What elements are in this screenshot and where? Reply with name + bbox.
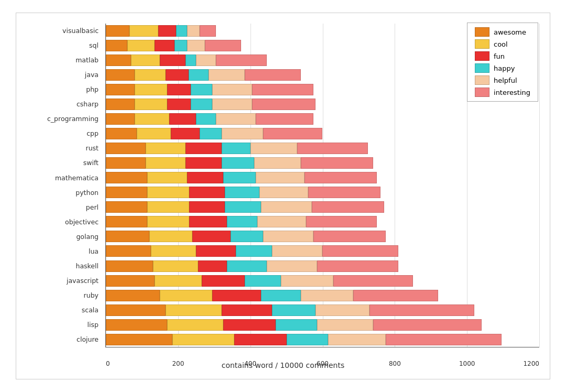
- bar-segment-helpful: [209, 69, 245, 81]
- bar-segment-fun: [160, 55, 185, 66]
- bar-segment-interesting: [200, 25, 216, 37]
- bar-segment-interesting: [205, 40, 241, 51]
- y-label-java: java: [16, 72, 103, 79]
- y-label-golang: golang: [16, 234, 103, 241]
- bar-segment-cool: [147, 187, 189, 198]
- y-label-mathematica: mathematica: [16, 175, 103, 182]
- legend-swatch-awesome: [475, 27, 489, 37]
- bar-row-cpp: [106, 128, 539, 139]
- bar-segment-awesome: [106, 260, 153, 272]
- bar-segment-fun: [202, 275, 245, 287]
- bar-segment-awesome: [106, 334, 172, 345]
- y-label-php: php: [16, 86, 103, 93]
- bar-segment-helpful: [222, 128, 263, 139]
- bar-segment-happy: [176, 25, 187, 37]
- bar-segment-awesome: [106, 25, 129, 37]
- bar-segment-fun: [186, 143, 222, 154]
- bar-segment-awesome: [106, 319, 167, 331]
- legend-label-happy: happy: [494, 64, 515, 72]
- bar-segment-cool: [167, 319, 223, 331]
- bar-row-golang: [106, 231, 539, 242]
- bar-segment-awesome: [106, 69, 135, 81]
- bar-segment-helpful: [187, 25, 200, 37]
- bar-segment-helpful: [196, 55, 216, 66]
- bar-segment-fun: [189, 187, 225, 198]
- bar-segment-fun: [187, 172, 223, 183]
- bar-row-scala: [106, 304, 539, 316]
- y-label-visualbasic: visualbasic: [16, 28, 103, 35]
- bar-segment-fun: [158, 25, 176, 37]
- legend-item-cool: cool: [475, 39, 530, 49]
- bar-segment-cool: [146, 157, 186, 169]
- bar-segment-cool: [135, 99, 167, 110]
- bar-segment-happy: [225, 187, 259, 198]
- bar-segment-helpful: [328, 334, 386, 345]
- legend-item-fun: fun: [475, 51, 530, 61]
- bar-segment-interesting: [263, 128, 323, 139]
- bar-row-swift: [106, 157, 539, 169]
- bar-segment-interesting: [386, 334, 502, 345]
- bar-segment-interesting: [312, 201, 384, 213]
- bar-segment-interesting: [353, 290, 438, 301]
- legend-swatch-helpful: [475, 75, 489, 85]
- bar-segment-helpful: [267, 260, 317, 272]
- legend-item-helpful: helpful: [475, 75, 530, 85]
- bar-segment-happy: [222, 143, 251, 154]
- bar-segment-cool: [135, 69, 166, 81]
- bar-segment-cool: [129, 25, 158, 37]
- y-label-objectivec: objectivec: [16, 219, 103, 226]
- bar-segment-happy: [276, 319, 317, 331]
- legend-swatch-interesting: [475, 88, 489, 97]
- y-label-sql: sql: [16, 42, 103, 49]
- bar-segment-happy: [227, 260, 267, 272]
- y-label-matlab: matlab: [16, 57, 103, 64]
- y-label-javascript: javascript: [16, 278, 103, 285]
- bar-row-ruby: [106, 290, 539, 301]
- bar-segment-interesting: [216, 55, 266, 66]
- bar-segment-happy: [191, 99, 212, 110]
- bar-segment-cool: [166, 304, 222, 316]
- y-label-rust: rust: [16, 145, 103, 152]
- bar-segment-cool: [160, 290, 212, 301]
- bar-segment-awesome: [106, 40, 127, 51]
- bar-segment-interesting: [313, 231, 386, 242]
- bar-segment-interesting: [317, 260, 398, 272]
- y-label-lua: lua: [16, 248, 103, 255]
- bar-segment-cool: [131, 55, 160, 66]
- bar-row-lisp: [106, 319, 539, 331]
- bar-segment-helpful: [281, 275, 333, 287]
- bar-segment-helpful: [212, 99, 252, 110]
- legend-label-awesome: awesome: [494, 28, 526, 36]
- bar-segment-awesome: [106, 143, 146, 154]
- bar-segment-fun: [196, 245, 236, 257]
- bar-segment-cool: [127, 40, 155, 51]
- bar-segment-fun: [189, 201, 225, 213]
- legend-item-interesting: interesting: [475, 88, 530, 97]
- bar-segment-helpful: [251, 143, 298, 154]
- bar-segment-fun: [189, 216, 227, 227]
- bar-segment-awesome: [106, 304, 166, 316]
- bar-segment-awesome: [106, 216, 147, 227]
- bar-segment-awesome: [106, 172, 147, 183]
- y-label-csharp: csharp: [16, 101, 103, 108]
- bar-segment-helpful: [212, 84, 252, 95]
- y-label-lisp: lisp: [16, 322, 103, 329]
- y-label-ruby: ruby: [16, 292, 103, 299]
- bar-segment-helpful: [216, 113, 256, 125]
- bar-segment-helpful: [259, 187, 308, 198]
- bar-segment-fun: [166, 69, 189, 81]
- legend-item-awesome: awesome: [475, 27, 530, 37]
- bar-segment-helpful: [257, 216, 306, 227]
- bar-segment-interesting: [252, 84, 313, 95]
- y-label-haskell: haskell: [16, 263, 103, 270]
- bar-segment-fun: [167, 99, 191, 110]
- bar-segment-awesome: [106, 99, 135, 110]
- bar-segment-cool: [137, 128, 171, 139]
- bar-segment-cool: [172, 334, 234, 345]
- bar-segment-cool: [147, 172, 187, 183]
- bar-segment-awesome: [106, 275, 155, 287]
- bar-segment-awesome: [106, 231, 149, 242]
- bar-row-c_programming: [106, 113, 539, 125]
- bar-segment-happy: [227, 216, 258, 227]
- bar-row-mathematica: [106, 172, 539, 183]
